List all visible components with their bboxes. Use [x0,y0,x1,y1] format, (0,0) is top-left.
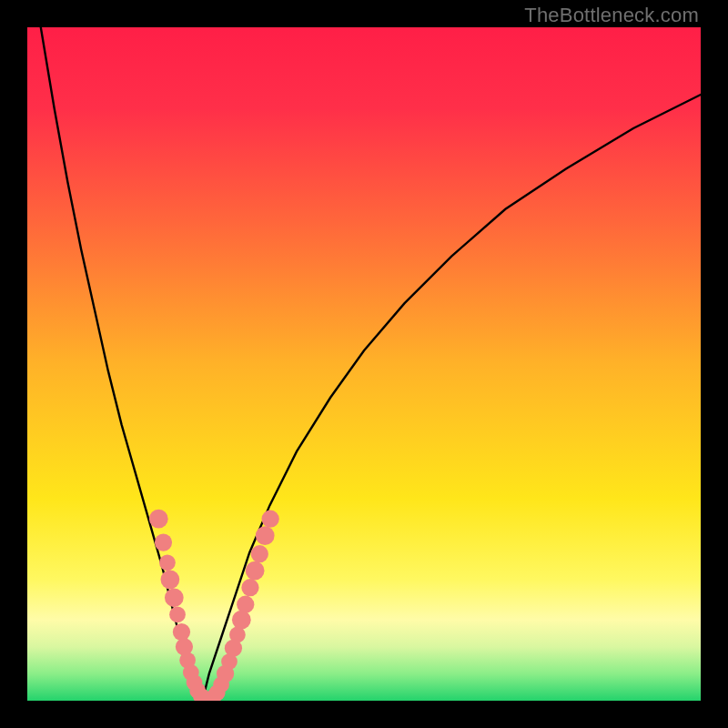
marker-layer [149,510,279,701]
chart-svg [27,27,701,701]
data-marker [256,526,275,545]
data-marker [241,579,258,596]
data-marker [159,554,176,571]
data-marker [251,545,268,562]
data-marker [169,606,186,622]
data-marker [237,596,254,613]
data-marker [173,623,190,641]
plot-area [27,27,701,701]
data-marker [246,561,265,581]
data-marker [232,611,251,630]
right-curve-line [202,95,701,701]
frame: TheBottleneck.com [0,0,728,728]
data-marker [262,511,279,528]
watermark-text: TheBottleneck.com [524,4,699,27]
data-marker [165,588,184,607]
data-marker [149,510,168,529]
data-marker [161,570,180,589]
data-marker [155,533,172,551]
